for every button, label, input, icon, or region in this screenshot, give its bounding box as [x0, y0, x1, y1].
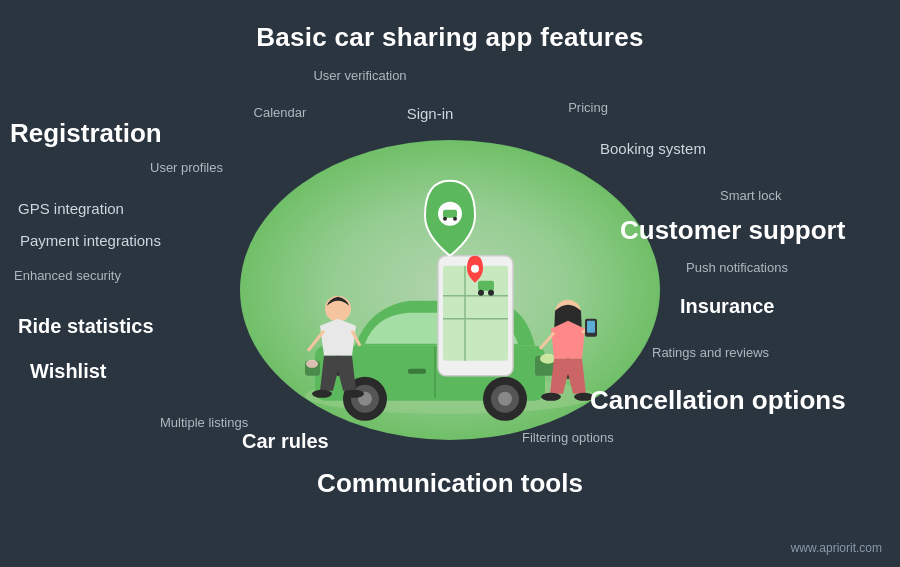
feature-communication-tools: Communication tools: [317, 468, 583, 499]
feature-cancellation-options: Cancellation options: [590, 385, 846, 416]
svg-point-28: [541, 392, 561, 400]
feature-registration: Registration: [10, 118, 162, 149]
svg-point-20: [312, 389, 332, 397]
feature-wishlist: Wishlist: [30, 360, 107, 383]
svg-point-41: [443, 216, 447, 220]
feature-gps-integration: GPS integration: [18, 200, 124, 217]
svg-point-42: [453, 216, 457, 220]
car-illustration: [260, 160, 640, 440]
svg-point-37: [488, 289, 494, 295]
svg-point-6: [306, 359, 318, 367]
feature-pricing: Pricing: [568, 100, 608, 115]
svg-point-21: [344, 389, 364, 397]
feature-customer-support: Customer support: [620, 215, 845, 246]
svg-rect-14: [408, 368, 426, 373]
feature-calendar: Calendar: [254, 105, 307, 120]
feature-multiple-listings: Multiple listings: [160, 415, 248, 430]
feature-payment-integrations: Payment integrations: [20, 232, 161, 249]
svg-point-4: [540, 353, 556, 363]
feature-enhanced-security: Enhanced security: [14, 268, 121, 283]
feature-push-notifications: Push notifications: [686, 260, 788, 275]
feature-car-rules: Car rules: [242, 430, 329, 453]
svg-line-24: [540, 332, 554, 348]
feature-user-verification: User verification: [313, 68, 406, 83]
feature-ratings-and-reviews: Ratings and reviews: [652, 345, 769, 360]
feature-sign-in: Sign-in: [407, 105, 454, 122]
svg-rect-40: [443, 209, 457, 217]
feature-insurance: Insurance: [680, 295, 774, 318]
page-container: Basic car sharing app features: [0, 0, 900, 567]
feature-ride-statistics: Ride statistics: [18, 315, 154, 338]
watermark: www.apriorit.com: [791, 541, 882, 555]
feature-user-profiles: User profiles: [150, 160, 223, 175]
feature-filtering-options: Filtering options: [522, 430, 614, 445]
svg-rect-27: [587, 320, 595, 332]
svg-rect-35: [478, 280, 494, 290]
svg-point-36: [478, 289, 484, 295]
svg-point-12: [498, 391, 512, 405]
feature-booking-system: Booking system: [600, 140, 706, 157]
svg-point-38: [471, 264, 479, 272]
page-title: Basic car sharing app features: [0, 0, 900, 53]
feature-smart-lock: Smart lock: [720, 188, 781, 203]
